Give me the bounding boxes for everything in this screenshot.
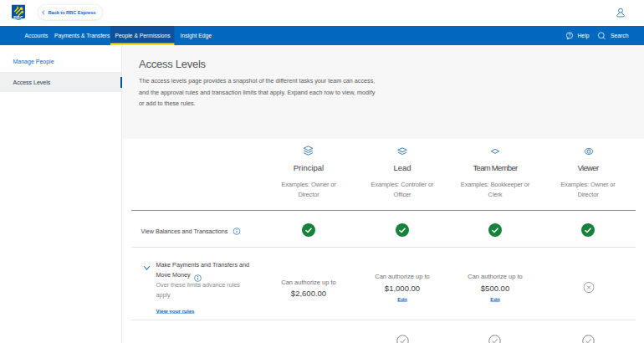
svg-text:?: ?	[569, 33, 571, 38]
svg-text:RBC: RBC	[13, 15, 23, 20]
